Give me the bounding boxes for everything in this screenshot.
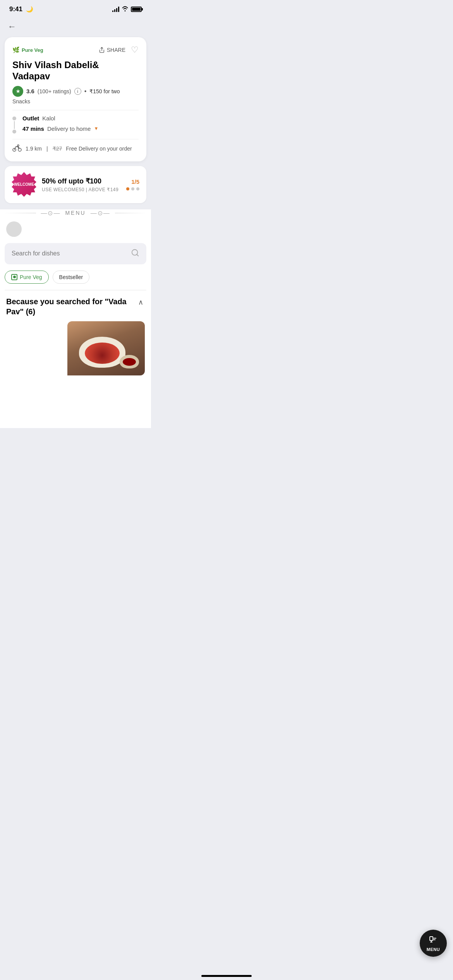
outlet-delivery-info: Outlet Kalol 47 mins Delivery to home ▼	[22, 115, 98, 132]
search-result-section: Because you searched for "Vada Pav" (6) …	[0, 296, 151, 382]
offer-dot-2	[131, 187, 134, 190]
rating-number: 3.6	[26, 88, 34, 94]
scroll-indicator	[0, 220, 151, 240]
category-text: Snacks	[12, 98, 139, 105]
offer-card[interactable]: WELCOME 50% off upto ₹100 USE WELCOME50 …	[5, 166, 146, 203]
star-icon: ★	[16, 89, 20, 94]
menu-line-left	[5, 213, 36, 213]
section-header: Because you searched for "Vada Pav" (6) …	[6, 296, 145, 317]
search-input[interactable]	[12, 250, 127, 257]
offer-page-indicator: 1/5	[131, 178, 139, 185]
moon-icon: 🌙	[26, 6, 33, 12]
card-actions: SHARE ♡	[99, 45, 139, 55]
filter-chips: Pure Veg Bestseller	[0, 271, 151, 290]
chip-bestseller[interactable]: Bestseller	[53, 271, 89, 284]
price-for-two: ₹150 for two	[89, 88, 120, 94]
track-line	[12, 115, 16, 134]
section-divider	[5, 290, 146, 290]
pure-veg-badge: 🌿 Pure Veg	[12, 46, 43, 53]
restaurant-card: 🌿 Pure Veg SHARE ♡ Shiv Vilash Dabeli& V…	[5, 37, 146, 161]
offer-dot-3	[136, 187, 139, 190]
restaurant-name: Shiv Vilash Dabeli& Vadapav	[12, 60, 139, 82]
menu-divider: —⊙— MENU —⊙—	[5, 209, 146, 217]
outlet-label: Outlet	[22, 115, 39, 122]
menu-circle-right: —⊙—	[91, 209, 110, 217]
outlet-value: Kalol	[42, 115, 55, 122]
battery-icon	[131, 7, 142, 12]
food-preview	[6, 321, 145, 375]
white-section: —⊙— MENU —⊙— Pure Veg Bestseller	[0, 209, 151, 428]
menu-label: MENU	[65, 210, 86, 216]
outlet-delivery-section: Outlet Kalol 47 mins Delivery to home ▼	[12, 115, 139, 134]
dot-separator: •	[84, 88, 87, 95]
signal-icon	[112, 7, 119, 12]
back-button-row: ←	[0, 16, 151, 36]
menu-line-right	[115, 213, 146, 213]
track-dot-top	[12, 117, 16, 120]
card-top-row: 🌿 Pure Veg SHARE ♡	[12, 45, 139, 55]
wifi-icon	[122, 6, 129, 13]
back-button[interactable]: ←	[6, 20, 18, 33]
track-dot-bottom	[12, 130, 16, 134]
status-bar: 9:41 🌙	[0, 0, 151, 16]
svg-point-3	[17, 145, 19, 146]
leaf-icon: 🌿	[12, 46, 20, 53]
delivery-to-label: Delivery to home	[47, 125, 91, 132]
chip-veg-label: Pure Veg	[20, 274, 42, 280]
rating-count: (100+ ratings)	[38, 88, 71, 94]
chip-bestseller-label: Bestseller	[59, 274, 83, 280]
offer-code-text: USE WELCOME50 | ABOVE ₹149	[42, 187, 121, 192]
divider-2	[12, 139, 139, 139]
bike-icon	[12, 144, 22, 154]
free-delivery-text: Free Delivery on your order	[66, 146, 132, 152]
info-icon[interactable]: i	[74, 88, 81, 95]
status-icons	[112, 6, 142, 13]
offer-counter: 1/5	[126, 178, 139, 190]
menu-circle-left: —⊙—	[41, 209, 60, 217]
dropdown-arrow-icon: ▼	[94, 126, 98, 131]
pure-veg-label: Pure Veg	[22, 47, 43, 53]
veg-icon	[11, 274, 17, 280]
welcome-badge: WELCOME	[12, 172, 36, 197]
track-connector	[14, 121, 15, 129]
rating-row: ★ 3.6 (100+ ratings) i • ₹150 for two	[12, 86, 139, 97]
delivery-time: 47 mins	[22, 125, 44, 132]
offer-dots	[126, 187, 139, 190]
rating-badge: ★	[12, 86, 23, 97]
offer-dot-1	[126, 187, 129, 190]
original-delivery-price: ₹27	[53, 146, 62, 152]
delivery-row[interactable]: 47 mins Delivery to home ▼	[22, 125, 98, 132]
distance-km: 1.9 km	[26, 146, 42, 152]
share-button[interactable]: SHARE	[99, 47, 125, 53]
search-bar-container[interactable]	[5, 243, 146, 264]
section-title: Because you searched for "Vada Pav" (6)	[6, 296, 137, 317]
offer-info: 50% off upto ₹100 USE WELCOME50 | ABOVE …	[42, 177, 121, 192]
chip-pure-veg[interactable]: Pure Veg	[5, 271, 49, 284]
distance-separator: |	[46, 146, 48, 152]
status-time: 9:41 🌙	[9, 5, 33, 13]
search-icon-button[interactable]	[131, 248, 139, 259]
favorite-button[interactable]: ♡	[131, 45, 139, 55]
divider-1	[12, 110, 139, 110]
collapse-button[interactable]: ∧	[137, 296, 145, 308]
svg-line-5	[137, 254, 138, 256]
distance-row: 1.9 km | ₹27 Free Delivery on your order	[12, 144, 139, 154]
outlet-row: Outlet Kalol	[22, 115, 98, 122]
offer-main-text: 50% off upto ₹100	[42, 177, 121, 185]
veg-dot	[13, 276, 16, 278]
